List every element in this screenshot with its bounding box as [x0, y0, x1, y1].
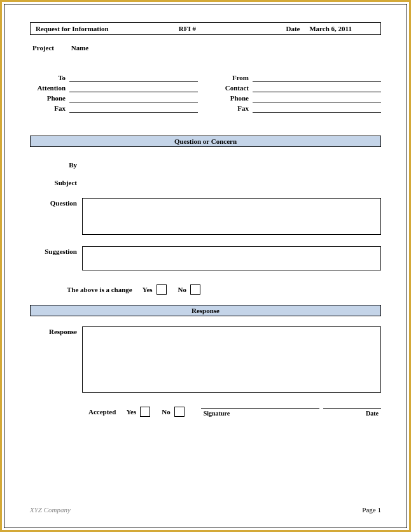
- suggestion-label: Suggestion: [30, 246, 82, 270]
- from-label: From: [213, 74, 253, 82]
- date-value: March 6, 2011: [309, 25, 352, 32]
- left-phone-field[interactable]: [69, 94, 198, 102]
- by-row: By: [30, 160, 381, 169]
- change-text: The above is a change: [67, 286, 132, 293]
- change-row: The above is a change Yes No: [67, 284, 381, 295]
- footer-page: Page 1: [362, 506, 381, 514]
- attention-row: Attention: [30, 83, 198, 92]
- header-rfi: RFI #: [179, 25, 286, 32]
- to-row: To: [30, 73, 198, 82]
- question-label: Question: [30, 198, 82, 235]
- right-fax-field[interactable]: [253, 104, 381, 113]
- response-box[interactable]: [82, 326, 381, 393]
- change-yes-checkbox[interactable]: [157, 284, 167, 295]
- page-inner: Request for Information RFI # Date March…: [4, 4, 407, 528]
- question-box[interactable]: [82, 198, 381, 235]
- right-phone-label: Phone: [213, 94, 253, 102]
- contact-field[interactable]: [253, 83, 381, 92]
- footer: XYZ Company Page 1: [30, 506, 381, 514]
- from-row: From: [213, 73, 381, 82]
- contact-label: Contact: [213, 84, 253, 92]
- accepted-no-label: No: [162, 408, 170, 416]
- signature-label[interactable]: Signature: [201, 408, 319, 417]
- contact-block: To Attention Phone Fax From: [30, 73, 381, 114]
- suggestion-box[interactable]: [82, 246, 381, 270]
- right-fax-row: Fax: [213, 104, 381, 113]
- accepted-yes-checkbox[interactable]: [140, 407, 150, 417]
- response-label: Response: [30, 326, 82, 393]
- accepted-row: Accepted Yes No Signature Date: [30, 407, 381, 417]
- rfi-label: RFI #: [179, 25, 196, 32]
- footer-company: XYZ Company: [30, 506, 71, 514]
- accepted-label: Accepted: [88, 408, 116, 416]
- question-row: Question: [30, 198, 381, 235]
- suggestion-row: Suggestion: [30, 246, 381, 270]
- left-phone-row: Phone: [30, 94, 198, 102]
- contact-left-col: To Attention Phone Fax: [30, 73, 198, 114]
- left-fax-label: Fax: [30, 104, 69, 113]
- right-phone-row: Phone: [213, 94, 381, 102]
- attention-label: Attention: [30, 84, 69, 92]
- signature-date-label[interactable]: Date: [323, 408, 381, 417]
- header-title: Request for Information: [36, 25, 179, 32]
- subject-row: Subject: [30, 178, 381, 186]
- left-fax-field[interactable]: [69, 104, 198, 113]
- date-label: Date: [286, 25, 300, 32]
- to-field[interactable]: [69, 73, 198, 82]
- subject-label: Subject: [30, 178, 82, 186]
- signature-block: Signature Date: [201, 408, 381, 417]
- from-field[interactable]: [253, 73, 381, 82]
- accepted-left: Accepted Yes No: [30, 407, 196, 417]
- project-row: Project Name: [30, 44, 381, 52]
- question-section-header: Question or Concern: [30, 136, 381, 147]
- header-bar: Request for Information RFI # Date March…: [30, 22, 381, 35]
- by-label: By: [30, 160, 82, 169]
- left-fax-row: Fax: [30, 104, 198, 113]
- left-phone-label: Phone: [30, 94, 69, 102]
- to-label: To: [30, 74, 69, 82]
- header-date: Date March 6, 2011: [286, 25, 375, 32]
- contact-row: Contact: [213, 83, 381, 92]
- response-row: Response: [30, 326, 381, 393]
- accepted-yes-label: Yes: [126, 408, 136, 416]
- contact-right-col: From Contact Phone Fax: [213, 73, 381, 114]
- project-label: Project: [32, 44, 54, 52]
- response-section-header: Response: [30, 305, 381, 316]
- page-frame: Request for Information RFI # Date March…: [0, 0, 411, 532]
- right-fax-label: Fax: [213, 104, 253, 113]
- change-yes-label: Yes: [143, 286, 153, 293]
- attention-field[interactable]: [69, 83, 198, 92]
- change-no-checkbox[interactable]: [190, 284, 200, 295]
- project-name-label: Name: [71, 44, 89, 52]
- accepted-no-checkbox[interactable]: [174, 407, 185, 417]
- right-phone-field[interactable]: [253, 94, 381, 102]
- change-no-label: No: [178, 286, 186, 293]
